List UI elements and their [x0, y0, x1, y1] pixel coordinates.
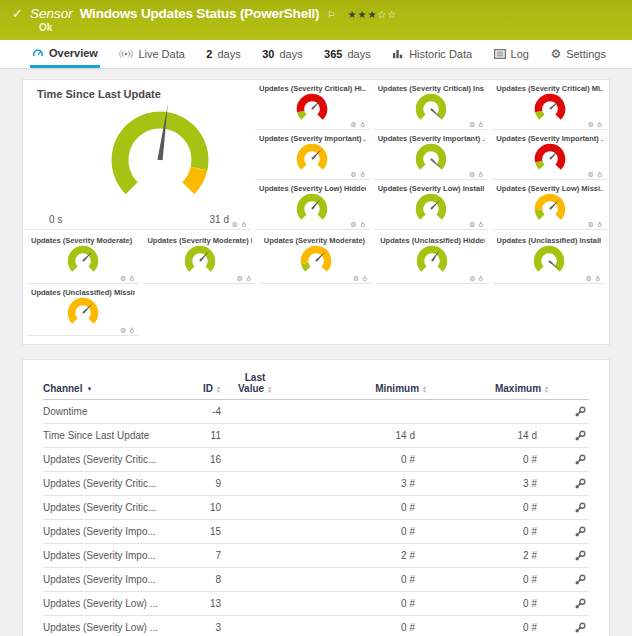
star-icon[interactable]: ★: [357, 9, 367, 20]
column-label: Maximum: [495, 383, 541, 394]
gauge-title: Updates (Severity Critical) Mi...: [496, 84, 603, 93]
wrench-icon[interactable]: [574, 502, 586, 514]
minimum-cell: 14 d: [289, 430, 427, 441]
channel-table-row[interactable]: Updates (Severity Critic...160 #0 #: [43, 448, 589, 472]
channel-table-row[interactable]: Updates (Severity Low) ...30 #0 #: [43, 616, 589, 636]
star-icon[interactable]: ☆: [377, 9, 387, 20]
priority-stars[interactable]: ★★★☆☆: [347, 9, 397, 20]
minimum-cell: 0 #: [289, 622, 427, 633]
pin-icon[interactable]: ⚲: [360, 221, 365, 228]
minimum-cell: 0 #: [289, 502, 427, 513]
gear-icon[interactable]: ⚙: [588, 171, 594, 178]
tab-overview[interactable]: Overview: [30, 40, 100, 68]
tab-live-data[interactable]: Live Data: [117, 40, 186, 68]
gear-icon[interactable]: ⚙: [350, 171, 356, 178]
channel-table-row[interactable]: Updates (Severity Critic...93 #3 #: [43, 472, 589, 496]
edit-channel-cell[interactable]: [549, 406, 589, 418]
channel-table-row[interactable]: Updates (Severity Impo...72 #2 #: [43, 544, 589, 568]
gear-icon[interactable]: ⚙: [469, 171, 475, 178]
gear-icon[interactable]: ⚙: [350, 221, 356, 228]
edit-channel-cell[interactable]: [549, 526, 589, 538]
star-icon[interactable]: ☆: [387, 9, 397, 20]
edit-channel-cell[interactable]: [549, 478, 589, 490]
gear-icon[interactable]: ⚙: [588, 221, 594, 228]
pin-icon[interactable]: ⚲: [595, 275, 600, 282]
edit-channel-cell[interactable]: [549, 622, 589, 634]
column-header-last-value[interactable]: Last Value▲▼: [221, 372, 289, 394]
tab-365-days[interactable]: 365 days: [322, 40, 373, 68]
pin-icon[interactable]: ⚲: [362, 275, 367, 282]
small-gauges-grid-bottom: Updates (Severity Moderate) ...⚙⚲Updates…: [23, 230, 609, 344]
minimum-cell: 2 #: [289, 550, 427, 561]
channel-table-row[interactable]: Downtime-4: [43, 400, 589, 424]
gear-icon[interactable]: ⚙: [469, 221, 475, 228]
pin-icon[interactable]: ⚲: [597, 171, 602, 178]
gauge-chart: [60, 297, 106, 329]
column-header-maximum[interactable]: Maximum ▲▼: [427, 383, 549, 394]
pin-icon[interactable]: ⚲: [246, 275, 251, 282]
gear-icon[interactable]: ⚙: [232, 221, 238, 228]
tab-30-days[interactable]: 30 days: [260, 40, 305, 68]
wrench-icon[interactable]: [574, 622, 586, 634]
pin-icon[interactable]: ⚲: [597, 221, 602, 228]
gauge-chart: [60, 245, 106, 277]
pin-icon[interactable]: ⚲: [129, 275, 134, 282]
wrench-icon[interactable]: [574, 478, 586, 490]
tab-log[interactable]: Log: [492, 40, 531, 68]
wrench-icon[interactable]: [574, 574, 586, 586]
pin-icon[interactable]: ⚲: [360, 121, 365, 128]
pin-icon[interactable]: ⚲: [478, 171, 483, 178]
gear-icon[interactable]: ⚙: [586, 275, 592, 282]
edit-channel-cell[interactable]: [549, 430, 589, 442]
star-icon[interactable]: ★: [367, 9, 377, 20]
edit-channel-cell[interactable]: [549, 574, 589, 586]
edit-channel-cell[interactable]: [549, 598, 589, 610]
edit-channel-cell[interactable]: [549, 502, 589, 514]
channel-table-row[interactable]: Updates (Severity Impo...150 #0 #: [43, 520, 589, 544]
tab-number: 30: [262, 48, 274, 60]
pin-icon[interactable]: ⚲: [597, 121, 602, 128]
edit-channel-cell[interactable]: [549, 454, 589, 466]
channel-table-row[interactable]: Time Since Last Update1114 d14 d: [43, 424, 589, 448]
gear-icon[interactable]: ⚙: [588, 121, 594, 128]
tab-label: days: [279, 48, 302, 60]
column-header-minimum[interactable]: Minimum ▲▼: [289, 383, 427, 394]
column-header-id[interactable]: ID ▲▼: [183, 383, 221, 394]
gear-icon[interactable]: ⚙: [469, 121, 475, 128]
pin-icon[interactable]: ⚲: [478, 221, 483, 228]
wrench-icon[interactable]: [574, 598, 586, 610]
pin-icon[interactable]: ⚲: [129, 327, 134, 334]
gauge-panel: Updates (Severity Low) Hidden⚙⚲: [255, 180, 370, 230]
wrench-icon[interactable]: [574, 526, 586, 538]
wrench-icon[interactable]: [574, 550, 586, 562]
pin-icon[interactable]: ⚲: [478, 121, 483, 128]
tab-settings[interactable]: ⚙ Settings: [548, 40, 608, 68]
tab-historic-data[interactable]: Historic Data: [390, 40, 474, 68]
tab-2-days[interactable]: 2 days: [204, 40, 242, 68]
channel-table: Channel ▼ ID ▲▼ Last Value▲▼ Minimum ▲▼ …: [23, 360, 609, 636]
channel-table-row[interactable]: Updates (Severity Impo...80 #0 #: [43, 568, 589, 592]
gauge-title: Updates (Unclassified) Install...: [497, 236, 601, 245]
channel-table-row[interactable]: Updates (Severity Critic...100 #0 #: [43, 496, 589, 520]
gear-icon[interactable]: ⚙: [469, 275, 475, 282]
edit-channel-cell[interactable]: [549, 550, 589, 562]
gear-icon[interactable]: ⚙: [120, 327, 126, 334]
empty-grid-cell: [493, 284, 605, 336]
gear-icon[interactable]: ⚙: [120, 275, 126, 282]
tab-bar: Overview Live Data 2 days 30 days 365 da…: [0, 40, 632, 69]
wrench-icon[interactable]: [574, 406, 586, 418]
gear-icon[interactable]: ⚙: [236, 275, 242, 282]
wrench-icon[interactable]: [574, 454, 586, 466]
channel-id-cell: -4: [183, 406, 221, 417]
gear-icon[interactable]: ⚙: [350, 121, 356, 128]
pin-icon[interactable]: ⚲: [478, 275, 483, 282]
column-header-channel[interactable]: Channel ▼: [43, 383, 183, 394]
pin-icon[interactable]: ⚲: [241, 221, 246, 228]
pin-icon[interactable]: ⚲: [360, 171, 365, 178]
star-icon[interactable]: ★: [347, 9, 357, 20]
channel-table-row[interactable]: Updates (Severity Low) ...130 #0 #: [43, 592, 589, 616]
gear-icon[interactable]: ⚙: [353, 275, 359, 282]
wrench-icon[interactable]: [574, 430, 586, 442]
flag-icon[interactable]: ⚐: [327, 10, 335, 20]
gauge-panel: Updates (Severity Important) ...⚙⚲: [492, 130, 607, 180]
